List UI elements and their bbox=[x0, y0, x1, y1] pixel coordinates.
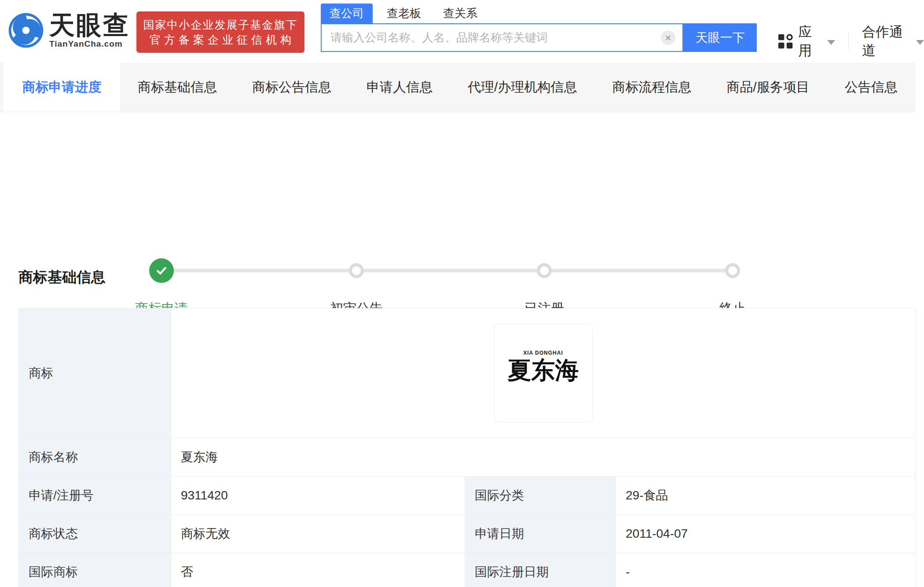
apps-menu[interactable]: 应用 bbox=[778, 23, 835, 60]
row-value: 否 bbox=[171, 553, 465, 587]
table-row: 国际商标 否 国际注册日期 - bbox=[19, 553, 915, 587]
apps-grid-icon bbox=[778, 33, 793, 50]
tab-trademark-announcement[interactable]: 商标公告信息 bbox=[235, 63, 349, 112]
timeline-marker bbox=[349, 263, 364, 278]
tab-trademark-basic-info[interactable]: 商标基础信息 bbox=[120, 63, 235, 112]
tianyancha-logo[interactable]: 天眼查 TianYanCha.com bbox=[7, 11, 130, 49]
tab-applicant-info[interactable]: 申请人信息 bbox=[349, 63, 450, 112]
table-row: 商标名称 夏东海 bbox=[19, 438, 915, 477]
trademark-image[interactable]: XIA DONGHAI 夏东海 bbox=[494, 324, 593, 422]
row-value: 夏东海 bbox=[171, 438, 916, 477]
tab-announcement-info[interactable]: 公告信息 bbox=[827, 63, 915, 112]
row-label: 申请日期 bbox=[465, 515, 616, 553]
search-tab-company[interactable]: 查公司 bbox=[321, 4, 373, 23]
row-label: 商标 bbox=[19, 308, 171, 438]
tab-trademark-progress[interactable]: 商标申请进度 bbox=[4, 63, 120, 112]
row-label: 国际注册日期 bbox=[465, 553, 616, 587]
row-label: 商标名称 bbox=[19, 438, 171, 477]
search-input[interactable] bbox=[321, 23, 683, 52]
logo-domain: TianYanCha.com bbox=[49, 39, 130, 49]
official-credential-badge: 国家中小企业发展子基金旗下 官方备案企业征信机构 bbox=[136, 11, 304, 53]
search-button[interactable]: 天眼一下 bbox=[683, 23, 757, 52]
clear-icon[interactable]: × bbox=[661, 30, 675, 45]
tab-goods-services[interactable]: 商品/服务项目 bbox=[709, 63, 827, 112]
partner-channel-menu[interactable]: 合作通道 bbox=[862, 23, 924, 60]
search-tab-boss[interactable]: 查老板 bbox=[379, 4, 429, 23]
trademark-basic-info-table: 商标 XIA DONGHAI 夏东海 商标名称 夏东海 申请/注册号 93114… bbox=[18, 308, 915, 587]
tianyancha-eye-icon bbox=[7, 11, 45, 49]
apps-label: 应用 bbox=[798, 23, 823, 60]
chevron-down-icon bbox=[827, 40, 835, 45]
tab-agency-info[interactable]: 代理/办理机构信息 bbox=[450, 63, 594, 112]
row-label: 申请/注册号 bbox=[19, 477, 171, 515]
header: 天眼查 TianYanCha.com 国家中小企业发展子基金旗下 官方备案企业征… bbox=[0, 0, 924, 63]
search-area: 查公司 查老板 查关系 × 天眼一下 bbox=[321, 4, 757, 52]
trademark-image-pinyin: XIA DONGHAI bbox=[523, 350, 563, 356]
row-value: 商标无效 bbox=[171, 515, 465, 553]
trademark-progress-timeline: 商标申请 2011-04-07 初审公告 2012-01-20 已注册 2012… bbox=[0, 112, 924, 246]
table-row: 商标状态 商标无效 申请日期 2011-04-07 bbox=[19, 515, 915, 553]
search-tab-relation[interactable]: 查关系 bbox=[435, 4, 485, 23]
partner-label: 合作通道 bbox=[862, 23, 912, 60]
row-label: 国际分类 bbox=[465, 477, 616, 515]
check-icon bbox=[154, 264, 169, 278]
row-label: 商标状态 bbox=[19, 515, 171, 553]
timeline-line bbox=[161, 269, 733, 272]
row-value: - bbox=[616, 553, 916, 587]
timeline-marker bbox=[725, 263, 740, 278]
trademark-image-text: 夏东海 bbox=[508, 356, 579, 384]
timeline-marker-completed bbox=[149, 258, 174, 283]
row-value: 29-食品 bbox=[616, 477, 916, 515]
badge-line2: 官方备案企业征信机构 bbox=[136, 32, 304, 47]
timeline-marker bbox=[537, 263, 552, 278]
tab-trademark-process[interactable]: 商标流程信息 bbox=[594, 63, 709, 112]
row-label: 国际商标 bbox=[19, 553, 171, 587]
table-row: 商标 XIA DONGHAI 夏东海 bbox=[19, 308, 915, 438]
chevron-down-icon bbox=[916, 40, 924, 45]
row-value: 2011-04-07 bbox=[616, 515, 916, 553]
search-tabs: 查公司 查老板 查关系 bbox=[321, 4, 757, 23]
header-divider bbox=[848, 33, 849, 50]
trademark-image-cell: XIA DONGHAI 夏东海 bbox=[171, 308, 916, 438]
badge-line1: 国家中小企业发展子基金旗下 bbox=[136, 17, 304, 32]
table-row: 申请/注册号 9311420 国际分类 29-食品 bbox=[19, 477, 915, 515]
section-title: 商标基础信息 bbox=[18, 268, 106, 287]
logo-text: 天眼查 bbox=[49, 12, 130, 38]
row-value: 9311420 bbox=[171, 477, 465, 515]
detail-tabbar: 商标申请进度 商标基础信息 商标公告信息 申请人信息 代理/办理机构信息 商标流… bbox=[0, 63, 915, 112]
